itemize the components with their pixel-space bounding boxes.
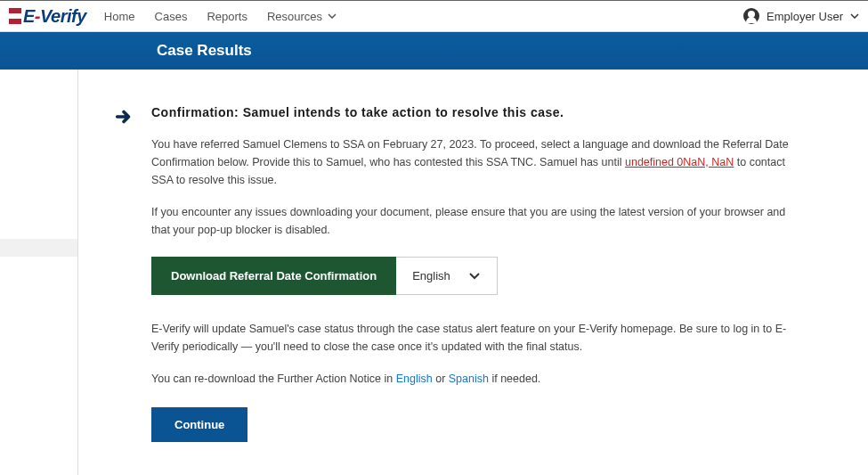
sidebar-active-indicator: [0, 239, 77, 257]
para4-text-b: if needed.: [489, 373, 540, 385]
download-referral-button[interactable]: Download Referral Date Confirmation: [151, 257, 396, 295]
status-update-paragraph: E-Verify will update Samuel's case statu…: [151, 320, 806, 356]
nav-home[interactable]: Home: [104, 10, 135, 23]
download-row: Download Referral Date Confirmation Engl…: [151, 257, 806, 295]
user-menu[interactable]: Employer User: [743, 8, 859, 24]
logo-e: E: [23, 6, 35, 27]
chevron-down-icon: [850, 13, 859, 19]
logo-verify: Verify: [40, 6, 86, 27]
language-selected-label: English: [412, 269, 450, 283]
download-issues-paragraph: If you encounter any issues downloading …: [151, 203, 806, 239]
arrow-right-icon: [114, 107, 135, 442]
user-label: Employer User: [767, 10, 843, 23]
chevron-down-icon: [328, 13, 337, 19]
redownload-paragraph: You can re-download the Further Action N…: [151, 370, 806, 388]
user-icon: [743, 8, 759, 24]
confirmation-heading: Confirmation: Samuel intends to take act…: [151, 105, 806, 119]
deadline-link[interactable]: undefined 0NaN, NaN: [625, 156, 734, 168]
para4-text-a: You can re-download the Further Action N…: [151, 373, 396, 385]
referral-paragraph: You have referred Samuel Clemens to SSA …: [151, 135, 806, 189]
spanish-link[interactable]: Spanish: [449, 373, 489, 385]
page-header: Case Results: [78, 32, 868, 70]
top-nav: E-Verify Home Cases Reports Resources Em…: [0, 0, 868, 32]
language-select[interactable]: English: [396, 257, 498, 295]
sidebar: [0, 32, 78, 475]
chevron-down-icon: [468, 273, 481, 280]
flag-icon: [9, 8, 21, 24]
nav-resources[interactable]: Resources: [267, 10, 337, 23]
everify-logo[interactable]: E-Verify: [9, 6, 86, 27]
header-shim: [0, 32, 78, 70]
nav-cases[interactable]: Cases: [155, 10, 188, 23]
nav-resources-label: Resources: [267, 10, 322, 23]
nav-links: Home Cases Reports Resources: [104, 10, 337, 23]
page-title: Case Results: [157, 42, 252, 60]
english-link[interactable]: English: [396, 373, 433, 385]
nav-reports[interactable]: Reports: [207, 10, 247, 23]
para4-or: or: [433, 373, 449, 385]
continue-button[interactable]: Continue: [151, 407, 247, 442]
